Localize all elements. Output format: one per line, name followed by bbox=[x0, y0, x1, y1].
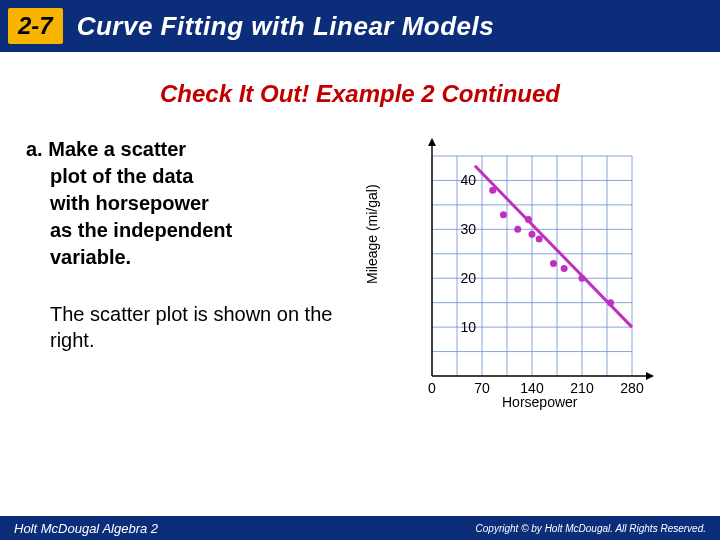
data-point bbox=[525, 216, 532, 223]
data-point bbox=[514, 226, 521, 233]
prompt-line1: Make a scatter bbox=[48, 138, 186, 160]
prompt-line5: variable. bbox=[50, 244, 346, 271]
prompt-text: a. Make a scatter plot of the data with … bbox=[26, 136, 346, 271]
scatter-plot bbox=[402, 136, 662, 396]
prompt-line3: with horsepower bbox=[50, 190, 346, 217]
y-axis-label: Mileage (mi/gal) bbox=[364, 184, 380, 284]
x-tick-label: 210 bbox=[567, 380, 597, 396]
page-title: Curve Fitting with Linear Models bbox=[77, 11, 495, 42]
x-axis-label: Horsepower bbox=[502, 394, 577, 410]
data-point bbox=[529, 231, 536, 238]
data-point bbox=[489, 187, 496, 194]
prompt-label: a. bbox=[26, 138, 43, 160]
x-tick-label: 140 bbox=[517, 380, 547, 396]
data-point bbox=[561, 265, 568, 272]
prompt-line4: as the independent bbox=[50, 217, 346, 244]
y-tick-label: 30 bbox=[446, 221, 476, 237]
footer-right-text: Copyright © by Holt McDougal. All Rights… bbox=[476, 523, 706, 534]
section-number-badge: 2-7 bbox=[8, 8, 63, 44]
x-tick-label: 70 bbox=[467, 380, 497, 396]
content-area: a. Make a scatter plot of the data with … bbox=[0, 108, 720, 353]
prompt-line2: plot of the data bbox=[50, 163, 346, 190]
data-point bbox=[536, 236, 543, 243]
y-tick-label: 10 bbox=[446, 319, 476, 335]
data-point bbox=[500, 211, 507, 218]
footer-left-text: Holt McDougal Algebra 2 bbox=[14, 521, 158, 536]
answer-text: The scatter plot is shown on the right. bbox=[50, 301, 346, 353]
svg-marker-20 bbox=[428, 138, 436, 146]
data-point bbox=[579, 275, 586, 282]
x-tick-label: 280 bbox=[617, 380, 647, 396]
x-tick-label: 0 bbox=[417, 380, 447, 396]
data-point bbox=[550, 260, 557, 267]
svg-marker-21 bbox=[646, 372, 654, 380]
subheader: Check It Out! Example 2 Continued bbox=[0, 80, 720, 108]
left-column: a. Make a scatter plot of the data with … bbox=[26, 136, 356, 353]
y-tick-label: 40 bbox=[446, 172, 476, 188]
footer-bar: Holt McDougal Algebra 2 Copyright © by H… bbox=[0, 516, 720, 540]
data-point bbox=[607, 299, 614, 306]
chart-area: Mileage (mi/gal) Horsepower 102030400701… bbox=[356, 136, 694, 353]
y-tick-label: 20 bbox=[446, 270, 476, 286]
header-bar: 2-7 Curve Fitting with Linear Models bbox=[0, 0, 720, 52]
